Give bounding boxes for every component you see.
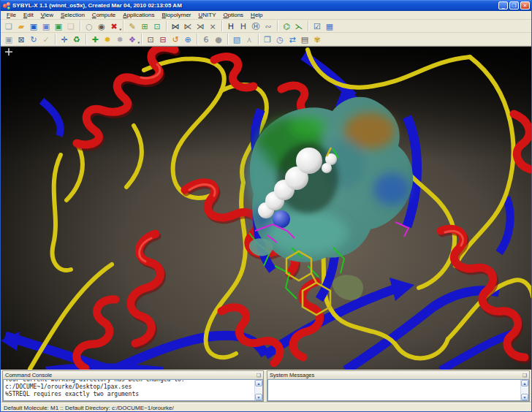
system-messages-text[interactable] (268, 380, 520, 400)
add-hydrogens-icon[interactable]: H (225, 20, 237, 32)
apply-check-icon[interactable]: ✓ (40, 34, 52, 45)
minimize-button[interactable]: _ (498, 1, 508, 9)
display-area-icon[interactable]: ▣ (3, 34, 15, 45)
artist-palette-icon[interactable]: ✾ (311, 34, 323, 45)
mouse-mode-6-icon[interactable]: 6 (200, 34, 212, 45)
connector-icon[interactable]: ⇄ (286, 34, 298, 45)
menu-edit[interactable]: Edit (20, 12, 37, 18)
menu-biopolymer[interactable]: Biopolymer (158, 12, 194, 18)
lasso-select-icon[interactable]: ○ (83, 20, 95, 32)
close-button[interactable]: ✕ (520, 1, 530, 9)
recenter-icon[interactable]: ♻ (71, 34, 83, 45)
refresh-display-icon[interactable]: ↻ (28, 34, 39, 45)
menu-file[interactable]: File (3, 12, 20, 18)
menu-applications[interactable]: Applications (119, 12, 158, 18)
polygon-select-icon[interactable]: ⊠ (15, 34, 27, 45)
console-text[interactable]: Your current working directory has been … (4, 380, 254, 400)
cascade-windows-icon[interactable]: ❐ (262, 34, 273, 45)
toolbar-separator (141, 34, 142, 45)
status-bar: Default Molecule: M1 :: Default Director… (1, 403, 531, 412)
toolbar-separator (308, 20, 309, 31)
toolbar-separator (123, 20, 124, 31)
console-line: c:/DOCUME~1/orourke/Desktop/1pax.ses (5, 384, 253, 391)
toolbar-separator (55, 34, 56, 45)
toolbar-separator (166, 20, 167, 31)
scroll-up-icon[interactable]: ▲ (521, 380, 528, 386)
print-file-icon[interactable]: ❏ (65, 20, 77, 32)
new-file-icon[interactable]: ❏ (3, 20, 15, 32)
export-file-icon[interactable]: ▣ (53, 20, 64, 32)
console-line: %STREQL requires exactly two arguments (5, 391, 253, 398)
toolbar-separator (80, 20, 81, 31)
benzene-sketch-icon[interactable]: ⌬ (281, 20, 292, 32)
light-on-icon[interactable]: ✹ (102, 34, 113, 45)
mouse-icon[interactable]: ● (213, 34, 224, 45)
menu-unity[interactable]: UNITY (195, 12, 220, 18)
dropdown-caret-icon: ▾ (137, 41, 140, 45)
atom-selection-icon[interactable]: ☑ (311, 20, 323, 32)
scroll-up-icon[interactable]: ▲ (255, 380, 262, 386)
antenna-icon[interactable]: ⋏ (243, 34, 255, 45)
camera-snapshot-icon[interactable]: ◉ (96, 20, 107, 32)
toolbar-separator (86, 34, 87, 45)
translate-move-icon[interactable]: ✛ (58, 34, 70, 45)
system-messages-scrollbar[interactable]: ▲ ▼ (520, 380, 528, 400)
float-panel-icon[interactable]: ❏ (256, 373, 261, 378)
toolbar-row-2: ▣⊠↻✓✛♻✚✹✹❖▾⊡⊟↺⊕6●▧⋏❐◷⇄▤✾ (1, 33, 531, 46)
menu-compute[interactable]: Compute (88, 12, 119, 18)
zoom-area-icon[interactable]: ⊡ (145, 34, 156, 45)
scroll-down-icon[interactable]: ▼ (255, 394, 262, 400)
restore-button[interactable]: ❐ (509, 1, 519, 9)
spreadsheet-icon[interactable]: ▦ (324, 20, 335, 32)
bond-key-icon[interactable]: ∾ (262, 20, 274, 32)
zoom-out-icon[interactable]: ⊟ (157, 34, 169, 45)
color-palette-icon[interactable]: ❖▾ (126, 34, 138, 45)
bottom-panels: Command Console ❏ Your current working d… (1, 370, 531, 403)
command-console-title: Command Console (5, 372, 52, 378)
save-icon[interactable]: ▣ (28, 20, 39, 32)
toolbar-separator (227, 34, 229, 45)
light-add-icon[interactable]: ✚ (89, 34, 101, 45)
menu-selection[interactable]: Selection (57, 12, 88, 18)
molecular-viewport[interactable] (1, 46, 531, 370)
merge-molecules-icon[interactable]: ⋈ (170, 20, 181, 32)
menu-options[interactable]: Options (220, 12, 248, 18)
sketch-pencil-icon[interactable]: ✎ (126, 20, 138, 32)
command-console-panel: Command Console ❏ Your current working d… (2, 370, 264, 402)
title-bar[interactable]: SYBYL-X 1.1 (winnt_os5x), Created Mar 04… (1, 0, 531, 11)
dock-view-icon[interactable]: ⊞ (139, 20, 151, 32)
split-molecule-icon[interactable]: ⋊ (194, 20, 206, 32)
expand-view-icon[interactable]: ⊡ (151, 20, 163, 32)
command-console-header[interactable]: Command Console ❏ (3, 371, 263, 379)
light-off-icon[interactable]: ✹ (114, 34, 126, 45)
app-molecule-icon (3, 2, 10, 9)
toolbar-row-1: ❏▰▣▣▣❏○◉✖▾✎⊞⊡⋈⋉⋊×HHⒽ∾⌬⋋☑▦ (1, 20, 531, 33)
float-panel-icon[interactable]: ❏ (522, 373, 527, 378)
sybyl-application-window: SYBYL-X 1.1 (winnt_os5x), Created Mar 04… (0, 0, 532, 412)
dropdown-caret-icon: ▾ (119, 28, 121, 31)
toggle-hydrogens-icon[interactable]: Ⓗ (250, 20, 262, 32)
console-scrollbar[interactable]: ▲ ▼ (254, 380, 262, 400)
menu-view[interactable]: View (37, 12, 57, 18)
measure-tool-icon[interactable]: ⋋ (293, 20, 305, 32)
monitor-chart-icon[interactable]: ▤ (299, 34, 311, 45)
reset-view-icon[interactable]: ↺ (170, 34, 181, 45)
cut-bond-icon[interactable]: × (207, 20, 218, 32)
protein-ribbon-scene (1, 47, 532, 370)
open-folder-icon[interactable]: ▰ (15, 20, 27, 32)
save-as-icon[interactable]: ▣ (40, 20, 52, 32)
session-clock-icon[interactable]: ◷ (274, 34, 286, 45)
join-atoms-icon[interactable]: ⋉ (182, 20, 194, 32)
window-title: SYBYL-X 1.1 (winnt_os5x), Created Mar 04… (12, 2, 497, 9)
globe-display-icon[interactable]: ⊕ (182, 34, 194, 45)
system-messages-panel: System Messages ❏ ▲ ▼ (267, 370, 530, 402)
system-messages-header[interactable]: System Messages ❏ (267, 371, 529, 379)
delete-red-x-icon[interactable]: ✖▾ (108, 20, 120, 32)
hide-hydrogens-icon[interactable]: H (238, 20, 249, 32)
image-display-icon[interactable]: ▧ (231, 34, 243, 45)
system-messages-title: System Messages (270, 372, 314, 378)
toolbar-separator (197, 34, 198, 45)
menu-bar: FileEditViewSelectionComputeApplications… (1, 11, 531, 20)
scroll-down-icon[interactable]: ▼ (521, 394, 528, 400)
menu-help[interactable]: Help (247, 12, 266, 18)
